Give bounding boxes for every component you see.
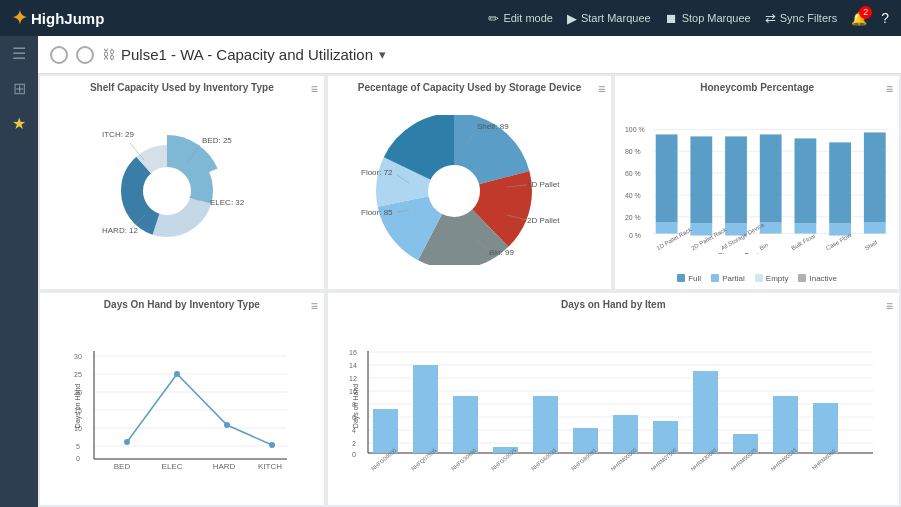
- days-on-hand-type-chart: Days On Hand by Inventory Type ≡ 30 25 2…: [40, 293, 324, 506]
- chevron-down-icon[interactable]: ▾: [379, 47, 386, 62]
- svg-rect-121: [773, 396, 798, 453]
- svg-rect-55: [830, 143, 852, 224]
- svg-text:Bin: Bin: [759, 242, 769, 251]
- svg-text:12: 12: [349, 375, 357, 382]
- sidebar-grid[interactable]: ⊞: [13, 79, 26, 98]
- svg-text:40 %: 40 %: [625, 192, 641, 199]
- svg-text:14: 14: [349, 362, 357, 369]
- shelf-capacity-chart: Shelf Capacity Used by Inventory Type ≡: [40, 76, 324, 289]
- pencil-icon: ✏: [488, 11, 499, 26]
- svg-text:Days on Hand: Days on Hand: [74, 384, 82, 428]
- sidebar: ☰ ⊞ ★: [0, 36, 38, 507]
- legend-empty-dot: [755, 274, 763, 282]
- legend-inactive-dot: [798, 274, 806, 282]
- svg-text:1D Pallet: 1D Pallet: [527, 180, 560, 189]
- shelf-capacity-svg-container: ITCH: 29 BED: 25 ELEC: 32 HARD: 12: [48, 97, 316, 283]
- legend-full: Full: [677, 274, 701, 283]
- svg-text:ELEC: 32: ELEC: 32: [210, 198, 245, 207]
- svg-text:25: 25: [74, 371, 82, 378]
- honeycomb-svg-container: 100 % 80 % 60 % 40 % 20 % 0 %: [623, 97, 891, 272]
- edit-mode-button[interactable]: ✏ Edit mode: [488, 11, 553, 26]
- svg-text:HARD: HARD: [212, 462, 235, 471]
- svg-rect-111: [373, 409, 398, 453]
- play-icon: ▶: [567, 11, 577, 26]
- days-on-hand-item-menu[interactable]: ≡: [886, 299, 893, 313]
- stop-marquee-button[interactable]: ⏹ Stop Marquee: [665, 11, 751, 26]
- shelf-capacity-title: Shelf Capacity Used by Inventory Type: [48, 82, 316, 93]
- notification-bell[interactable]: 🔔2: [851, 11, 867, 26]
- svg-rect-122: [813, 403, 838, 453]
- legend-full-dot: [677, 274, 685, 282]
- svg-text:Floor: 85: Floor: 85: [361, 208, 393, 217]
- svg-text:BED: BED: [114, 462, 131, 471]
- svg-rect-58: [864, 223, 886, 234]
- svg-text:16: 16: [349, 349, 357, 356]
- percentage-capacity-svg-container: Shelf: 89 Floor: 72 Floor: 85 2D Pallet …: [336, 97, 604, 283]
- svg-text:Shelf: Shelf: [864, 239, 879, 251]
- percentage-capacity-chart: Pecentage of Capacity Used by Storage De…: [328, 76, 612, 289]
- days-on-hand-type-menu[interactable]: ≡: [311, 299, 318, 313]
- svg-text:KITCH: KITCH: [258, 462, 282, 471]
- svg-rect-112: [413, 365, 438, 453]
- svg-text:2: 2: [352, 440, 356, 447]
- svg-rect-48: [691, 224, 713, 236]
- start-marquee-button[interactable]: ▶ Start Marquee: [567, 11, 651, 26]
- honeycomb-legend: Full Partial Empty Inactive: [623, 274, 891, 283]
- svg-text:Bulk Floor: Bulk Floor: [791, 233, 817, 252]
- svg-rect-119: [693, 371, 718, 453]
- svg-rect-113: [453, 396, 478, 453]
- svg-point-5: [145, 169, 189, 213]
- svg-rect-44: [656, 135, 678, 223]
- svg-text:80 %: 80 %: [625, 149, 641, 156]
- dashboard: Shelf Capacity Used by Inventory Type ≡: [38, 74, 901, 507]
- svg-point-82: [124, 439, 130, 445]
- days-on-hand-item-svg-container: 16 14 12 10 8 6 4 2 0: [336, 314, 891, 500]
- legend-partial-dot: [711, 274, 719, 282]
- stop-icon: ⏹: [665, 11, 678, 26]
- legend-partial: Partial: [711, 274, 745, 283]
- chain-icon: ⛓: [102, 47, 115, 62]
- sync-filters-button[interactable]: ⇄ Sync Filters: [765, 11, 837, 26]
- percentage-capacity-menu[interactable]: ≡: [598, 82, 605, 96]
- svg-text:Days on Hand: Days on Hand: [352, 384, 360, 428]
- sub-header: ⛓ Pulse1 - WA - Capacity and Utilization…: [38, 36, 901, 74]
- svg-text:100 %: 100 %: [625, 127, 645, 134]
- honeycomb-menu[interactable]: ≡: [886, 82, 893, 96]
- back-button[interactable]: [50, 46, 68, 64]
- svg-text:0: 0: [352, 451, 356, 458]
- svg-rect-53: [795, 139, 817, 224]
- svg-text:30: 30: [74, 353, 82, 360]
- svg-rect-51: [760, 135, 782, 223]
- svg-text:Shelf: 89: Shelf: 89: [477, 122, 509, 131]
- svg-rect-49: [725, 137, 747, 224]
- svg-point-85: [269, 442, 275, 448]
- main-layout: ☰ ⊞ ★ ⛓ Pulse1 - WA - Capacity and Utili…: [0, 36, 901, 507]
- sidebar-star[interactable]: ★: [12, 114, 26, 133]
- svg-text:60 %: 60 %: [625, 170, 641, 177]
- days-on-hand-item-title: Days on Hand by Item: [336, 299, 891, 310]
- svg-text:BED: 25: BED: 25: [202, 136, 232, 145]
- help-button[interactable]: ?: [881, 10, 889, 26]
- page-title: ⛓ Pulse1 - WA - Capacity and Utilization…: [102, 46, 386, 63]
- svg-text:ELEC: ELEC: [161, 462, 182, 471]
- forward-button[interactable]: [76, 46, 94, 64]
- legend-empty: Empty: [755, 274, 789, 283]
- svg-text:0 %: 0 %: [629, 232, 641, 239]
- svg-rect-45: [656, 223, 678, 234]
- svg-text:5: 5: [76, 443, 80, 450]
- days-on-hand-type-title: Days On Hand by Inventory Type: [48, 299, 316, 310]
- svg-text:2D Pallet: 2D Pallet: [527, 216, 560, 225]
- svg-text:HARD: 12: HARD: 12: [102, 226, 139, 235]
- svg-text:Storage Device: Storage Device: [719, 253, 766, 255]
- svg-rect-57: [864, 133, 886, 223]
- notification-count: 2: [859, 6, 872, 19]
- shelf-capacity-menu[interactable]: ≡: [311, 82, 318, 96]
- sidebar-hamburger[interactable]: ☰: [12, 44, 26, 63]
- svg-text:Floor: 72: Floor: 72: [361, 168, 393, 177]
- svg-text:0: 0: [76, 455, 80, 462]
- svg-rect-115: [533, 396, 558, 453]
- logo-icon: ✦: [12, 7, 27, 29]
- top-bar: ✦ HighJump ✏ Edit mode ▶ Start Marquee ⏹…: [0, 0, 901, 36]
- svg-text:20 %: 20 %: [625, 214, 641, 221]
- logo: ✦ HighJump: [12, 7, 104, 29]
